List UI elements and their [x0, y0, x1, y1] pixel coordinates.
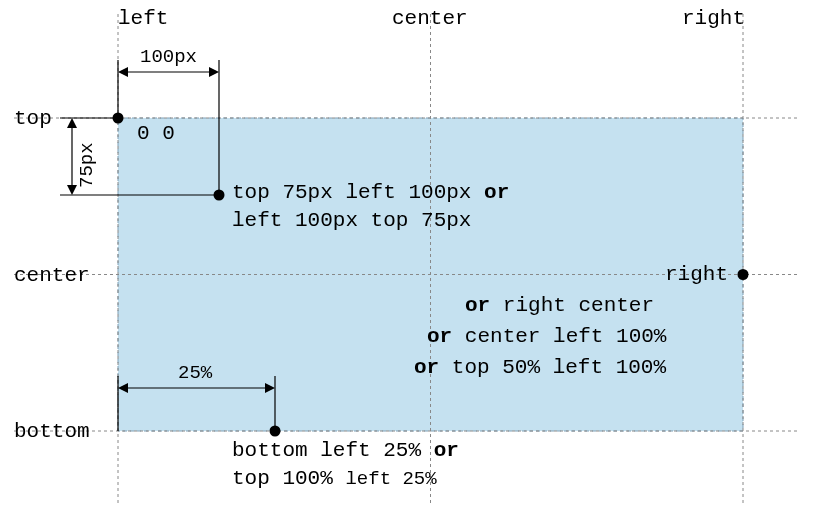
bl-expr-c: left 25%: [345, 468, 436, 490]
axis-left-label: left: [118, 6, 168, 31]
svg-marker-3: [118, 67, 128, 77]
right-line3: or center left 100%: [427, 324, 666, 349]
right-line4: or top 50% left 100%: [414, 355, 666, 380]
dot-right-center: [738, 269, 749, 280]
svg-marker-8: [67, 118, 77, 128]
right-or-2: or: [427, 325, 452, 348]
p1-line1: top 75px left 100px or: [232, 180, 509, 205]
dot-bottom-left-25: [270, 426, 281, 437]
p1-expr-b: left 100px top 75px: [232, 209, 471, 232]
right-line2: or right center: [465, 293, 654, 318]
bl-or: or: [434, 439, 459, 462]
axis-center-label: center: [392, 6, 468, 31]
dim-75px-label: 75px: [76, 142, 99, 188]
svg-marker-4: [209, 67, 219, 77]
axis-bottom-label: bottom: [14, 419, 90, 444]
axis-right-label: right: [682, 6, 745, 31]
dim-25pc-label: 25%: [178, 362, 212, 385]
p1-or: or: [484, 181, 509, 204]
right-line1: right: [665, 262, 728, 287]
axis-top-label: top: [14, 106, 52, 131]
right-or-1: or: [465, 294, 490, 317]
dim-100px-label: 100px: [140, 46, 197, 69]
right-or-3: or: [414, 356, 439, 379]
origin-label: 0 0: [137, 121, 175, 146]
bl-line1: bottom left 25% or: [232, 438, 459, 463]
axis-middle-label: center: [14, 263, 90, 288]
bl-line2: top 100% left 25%: [232, 466, 437, 491]
p1-expr-a: top 75px left 100px: [232, 181, 471, 204]
right-expr-0: right: [665, 263, 728, 286]
bl-expr-a: bottom left 25%: [232, 439, 421, 462]
diagram-root: left center right top center bottom 100p…: [0, 0, 815, 519]
dot-75-100: [214, 190, 225, 201]
p1-line2: left 100px top 75px: [232, 208, 471, 233]
right-expr-2: center left 100%: [465, 325, 667, 348]
right-expr-1: right center: [503, 294, 654, 317]
right-expr-3: top 50% left 100%: [452, 356, 666, 379]
bl-expr-b: top 100%: [232, 467, 333, 490]
dot-origin: [113, 113, 124, 124]
